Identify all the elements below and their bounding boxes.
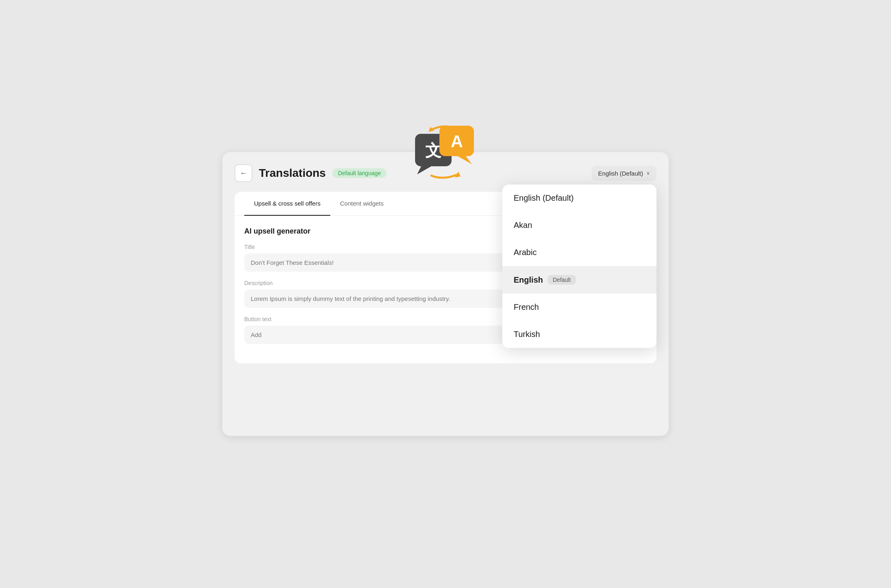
page-title: Translations [259, 167, 326, 180]
chevron-down-icon: ∨ [646, 170, 650, 176]
dropdown-item-english[interactable]: English Default [502, 266, 656, 294]
svg-text:文: 文 [425, 142, 441, 159]
default-language-badge: Default language [332, 168, 387, 178]
dropdown-item-turkish[interactable]: Turkish [502, 321, 656, 348]
dropdown-item-arabic[interactable]: Arabic [502, 239, 656, 266]
dropdown-item-english-default[interactable]: English (Default) [502, 185, 656, 212]
default-tag: Default [548, 275, 575, 285]
svg-marker-4 [458, 156, 472, 164]
svg-text:A: A [451, 132, 463, 151]
tab-upsell[interactable]: Upsell & cross sell offers [244, 192, 330, 216]
page-header: ← Translations Default language English … [235, 164, 656, 182]
dropdown-item-akan[interactable]: Akan [502, 212, 656, 239]
header-left: ← Translations Default language [235, 164, 387, 182]
language-selector-label: English (Default) [598, 170, 643, 177]
back-button[interactable]: ← [235, 164, 252, 182]
dropdown-item-french[interactable]: French [502, 294, 656, 321]
language-dropdown: English (Default) Akan Arabic English De… [502, 185, 656, 348]
tab-content-widgets[interactable]: Content widgets [330, 192, 394, 216]
app-container: 文 A ← Translations Default language Engl… [222, 152, 669, 436]
language-selector-button[interactable]: English (Default) ∨ [592, 166, 656, 181]
